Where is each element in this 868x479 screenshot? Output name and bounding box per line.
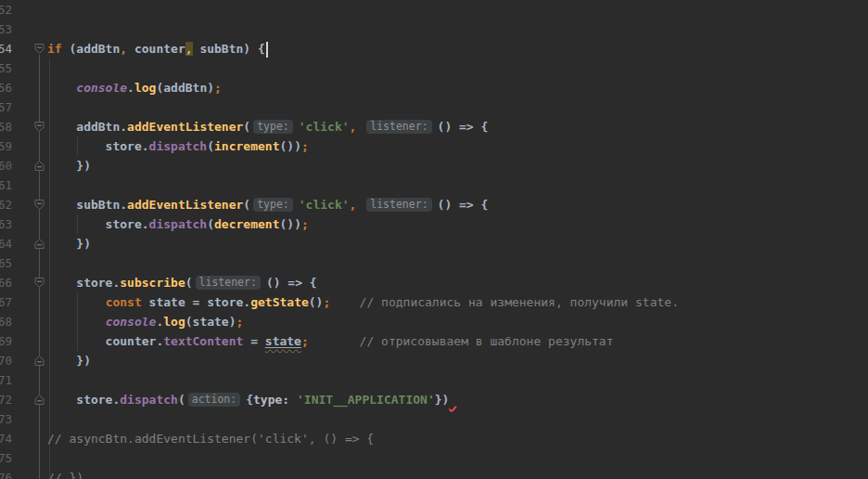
code-line[interactable]: 52 (0, 0, 868, 19)
token: }) (47, 237, 91, 251)
line-number[interactable]: 58 (0, 117, 12, 136)
token: state = store (142, 295, 244, 309)
code-line[interactable]: 63 store.dispatch(decrement()); (0, 214, 868, 234)
line-number[interactable]: 75 (0, 448, 12, 468)
fold-start-icon[interactable] (34, 121, 45, 133)
code-line[interactable]: 55 (0, 58, 868, 78)
line-number[interactable]: 59 (0, 136, 12, 156)
fold-connector-line (39, 55, 40, 479)
code-line[interactable]: 61 (0, 175, 868, 195)
token: }) (47, 159, 91, 173)
token: ()) (279, 217, 300, 231)
line-number[interactable]: 65 (0, 253, 12, 273)
code-line[interactable]: 73 (0, 409, 868, 429)
line-number[interactable]: 63 (0, 214, 12, 234)
token: ( (207, 139, 214, 153)
code-line[interactable]: 64 }) (0, 234, 868, 253)
code-text: const state = store.getState(); // подпи… (47, 292, 679, 312)
line-number[interactable]: 64 (0, 234, 12, 253)
token: addEventListener (127, 120, 243, 134)
parameter-hint: type: (253, 120, 293, 134)
token: decrement (214, 217, 279, 231)
line-number[interactable]: 62 (0, 195, 12, 214)
line-number[interactable]: 53 (0, 19, 12, 39)
line-number[interactable]: 73 (0, 409, 12, 429)
line-number[interactable]: 56 (0, 78, 12, 97)
line-number[interactable]: 57 (0, 97, 12, 117)
token: ( (62, 42, 77, 56)
token: 'click' (299, 120, 350, 134)
parameter-hint: listener: (366, 120, 431, 134)
token: () => { (438, 120, 489, 134)
code-line[interactable]: 62 subBtn.addEventListener(type:'click',… (0, 195, 868, 214)
code-line[interactable]: 54if (addBtn, counter, subBtn) { (0, 39, 868, 58)
fold-end-icon[interactable] (34, 355, 45, 367)
text-caret (266, 42, 268, 58)
token: // }) (47, 471, 83, 479)
line-number[interactable]: 67 (0, 292, 12, 312)
token: ( (243, 198, 250, 212)
token: increment (214, 139, 279, 153)
token: // подписались на изменения, получили st… (360, 295, 679, 309)
token: () => { (438, 198, 489, 212)
highlighted-token: , (185, 42, 193, 56)
code-line[interactable]: 76// }) (0, 468, 868, 479)
line-number[interactable]: 66 (0, 273, 12, 292)
code-line[interactable]: 74// asyncBtn.addEventListener('click', … (0, 429, 868, 448)
token (356, 120, 364, 134)
code-text: }) (47, 234, 91, 253)
line-number[interactable]: 72 (0, 390, 12, 409)
token (356, 198, 364, 212)
code-text: store.subscribe(listener:() => { (47, 273, 317, 292)
code-line[interactable]: 60 }) (0, 156, 868, 175)
code-line[interactable]: 71 (0, 370, 868, 390)
token: }) (435, 393, 450, 407)
line-number[interactable]: 52 (0, 0, 12, 19)
token: 'click' (299, 198, 350, 212)
code-line[interactable]: 75 (0, 448, 868, 468)
line-number[interactable]: 61 (0, 175, 12, 195)
fold-end-icon[interactable] (34, 160, 45, 172)
token: ( (207, 217, 214, 231)
code-line[interactable]: 69 counter.textContent = state; // отрис… (0, 331, 868, 351)
code-line[interactable]: 56 console.log(addBtn); (0, 78, 868, 97)
code-line[interactable]: 53 (0, 19, 868, 39)
line-number[interactable]: 71 (0, 370, 12, 390)
fold-start-icon[interactable] (34, 199, 45, 211)
parameter-hint: listener: (196, 276, 261, 290)
code-line[interactable]: 57 (0, 97, 868, 117)
fold-start-icon[interactable] (34, 277, 45, 289)
fold-start-icon[interactable] (34, 43, 45, 55)
line-number[interactable]: 69 (0, 331, 12, 351)
token: { (246, 393, 253, 407)
line-number[interactable]: 70 (0, 351, 12, 370)
code-line[interactable]: 59 store.dispatch(increment()); (0, 136, 868, 156)
code-editor[interactable]: 525354if (addBtn, counter, subBtn) {5556… (0, 0, 868, 479)
token: // отрисовываем в шаблоне результат (360, 334, 614, 348)
line-number[interactable]: 76 (0, 468, 12, 479)
code-line[interactable]: 68 console.log(state); (0, 312, 868, 331)
token: log (163, 315, 185, 329)
code-text: subBtn.addEventListener(type:'click', li… (47, 195, 488, 214)
token: (addBtn) (156, 81, 214, 95)
fold-end-icon[interactable] (34, 238, 45, 250)
line-number[interactable]: 54 (0, 39, 12, 58)
token: const (106, 295, 142, 309)
code-line[interactable]: 58 addBtn.addEventListener(type:'click',… (0, 117, 868, 136)
code-line[interactable]: 70 }) (0, 351, 868, 370)
token: . (120, 198, 127, 212)
warning-underlined-token: state (265, 334, 301, 348)
line-number[interactable]: 55 (0, 58, 12, 78)
code-line[interactable]: 67 const state = store.getState(); // по… (0, 292, 868, 312)
line-number[interactable]: 60 (0, 156, 12, 175)
token: console (76, 81, 127, 95)
token: store (47, 139, 142, 153)
code-line[interactable]: 72 store.dispatch(action:{type: 'INIT__A… (0, 390, 868, 409)
line-number[interactable]: 74 (0, 429, 12, 448)
token: () (309, 295, 324, 309)
code-line[interactable]: 65 (0, 253, 868, 273)
fold-end-icon[interactable] (34, 394, 45, 406)
line-number[interactable]: 68 (0, 312, 12, 331)
token: if (47, 42, 62, 56)
code-line[interactable]: 66 store.subscribe(listener:() => { (0, 273, 868, 292)
